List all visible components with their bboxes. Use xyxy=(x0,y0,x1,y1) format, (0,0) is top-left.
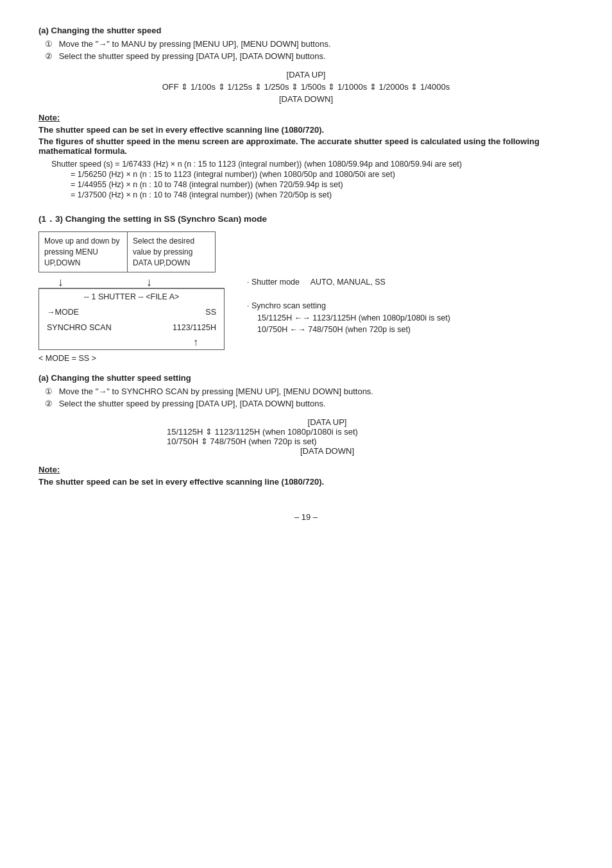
mode-value: SS xyxy=(205,308,216,317)
synchro-scan-label: SYNCHRO SCAN xyxy=(47,323,112,332)
shutter-speed-section: (a) Changing the shutter speed ① Move th… xyxy=(38,26,574,199)
step-1: ① Move the "→" to MANU by pressing [MENU… xyxy=(38,39,574,49)
note-text-1: The shutter speed can be set in every ef… xyxy=(38,125,574,135)
ss-step-1: ① Move the "→" to SYNCHRO SCAN by pressi… xyxy=(38,387,574,396)
ss-note-block: Note: The shutter speed can be set in ev… xyxy=(38,465,574,487)
shutter-values: OFF ⇕ 1/100s ⇕ 1/125s ⇕ 1/250s ⇕ 1/500s … xyxy=(114,82,498,92)
formula-2: = 1/44955 (Hz) × n (n : 10 to 748 (integ… xyxy=(51,180,574,189)
callout-right-text: Select the desired value by pressing DAT… xyxy=(133,237,194,267)
top-callouts: Move up and down by pressing MENU UP,DOW… xyxy=(38,231,216,272)
formula-block: Shutter speed (s) = 1/67433 (Hz) × n (n … xyxy=(51,160,574,199)
diagram-area: Move up and down by pressing MENU UP,DOW… xyxy=(38,231,574,363)
page-number: – 19 – xyxy=(38,512,574,522)
diagram-left: Move up and down by pressing MENU UP,DOW… xyxy=(38,231,225,363)
data-up-label: [DATA UP] xyxy=(114,70,498,79)
synchro-scan-value: 1123/1125H xyxy=(173,323,216,332)
arrow-right: ↓ xyxy=(127,272,171,288)
mode-label-bottom: < MODE = SS > xyxy=(38,354,96,363)
callout-left-text: Move up and down by pressing MENU UP,DOW… xyxy=(44,237,119,267)
data-down-label: [DATA DOWN] xyxy=(114,94,498,104)
screen-arrow-up: ↑ xyxy=(39,337,224,348)
annot2-line1: 15/1125H ←→ 1123/1125H (when 1080p/1080i… xyxy=(247,312,465,324)
formula-1: = 1/56250 (Hz) × n (n : 15 to 1123 (inte… xyxy=(51,170,574,179)
annot2-title: Synchro scan setting xyxy=(251,301,326,310)
screen-line-3: SYNCHRO SCAN 1123/1125H xyxy=(39,320,224,335)
ss-shutter-title: (a) Changing the shutter speed setting xyxy=(38,373,574,383)
ss-section-title: (1．3) Changing the setting in SS (Synchr… xyxy=(38,213,574,225)
note-block: Note: The shutter speed can be set in ev… xyxy=(38,113,574,199)
annot1-dot: · xyxy=(247,278,251,287)
annot1-spacer xyxy=(302,278,308,287)
right-annotations: · Shutter mode AUTO, MANUAL, SS · Synchr… xyxy=(247,231,465,347)
note-text-2: The figures of shutter speed in the menu… xyxy=(38,137,574,156)
data-up-down-box: [DATA UP] OFF ⇕ 1/100s ⇕ 1/125s ⇕ 1/250s… xyxy=(114,70,498,104)
step-2: ② Select the shutter speed by pressing [… xyxy=(38,51,574,61)
annot1-title: Shutter mode xyxy=(251,278,300,287)
ss-data-up-label: [DATA UP] xyxy=(167,417,488,427)
mode-label: →MODE xyxy=(47,308,79,317)
ss-note-label: Note: xyxy=(38,465,574,474)
annot2-dot: · xyxy=(247,301,251,310)
annot2-header: · Synchro scan setting xyxy=(247,300,465,312)
arrow-row: ↓ ↓ xyxy=(38,272,216,288)
menu-screen: -- 1 SHUTTER -- <FILE A> →MODE SS SYNCHR… xyxy=(38,288,225,350)
annotation-synchro: · Synchro scan setting 15/1125H ←→ 1123/… xyxy=(247,300,465,336)
annot1-values: AUTO, MANUAL, SS xyxy=(310,278,386,287)
arrow-left: ↓ xyxy=(38,272,83,288)
callout-right: Select the desired value by pressing DAT… xyxy=(127,231,216,272)
ss-row-1: 15/1125H ⇕ 1123/1125H (when 1080p/1080i … xyxy=(167,427,488,437)
formula-0: Shutter speed (s) = 1/67433 (Hz) × n (n … xyxy=(51,160,574,169)
shutter-speed-title: (a) Changing the shutter speed xyxy=(38,26,574,35)
ss-note-text-1: The shutter speed can be set in every ef… xyxy=(38,477,574,487)
synchro-scan-section: (1．3) Changing the setting in SS (Synchr… xyxy=(38,213,574,487)
callout-left: Move up and down by pressing MENU UP,DOW… xyxy=(38,231,127,272)
ss-step-2: ② Select the shutter speed by pressing [… xyxy=(38,399,574,408)
screen-line-2: →MODE SS xyxy=(39,305,224,320)
formula-3: = 1/37500 (Hz) × n (n : 10 to 748 (integ… xyxy=(51,190,574,199)
ss-data-box: [DATA UP] 15/1125H ⇕ 1123/1125H (when 10… xyxy=(167,417,488,456)
annot2-line2: 10/750H ←→ 748/750H (when 720p is set) xyxy=(247,324,465,336)
annotation-shutter-mode: · Shutter mode AUTO, MANUAL, SS xyxy=(247,276,465,288)
screen-line-1: -- 1 SHUTTER -- <FILE A> xyxy=(39,288,224,305)
ss-data-down-label: [DATA DOWN] xyxy=(167,446,488,456)
ss-row-2: 10/750H ⇕ 748/750H (when 720p is set) xyxy=(167,437,488,446)
note-label: Note: xyxy=(38,113,574,122)
